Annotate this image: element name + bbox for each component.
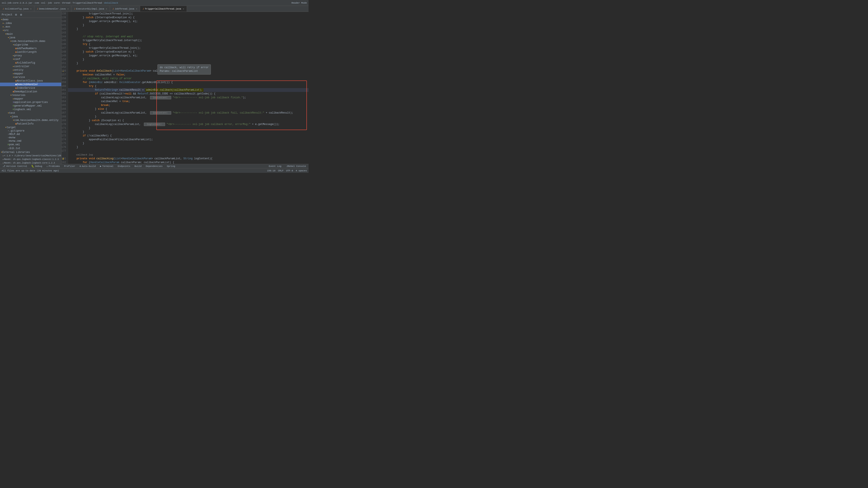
breadcrumb-job[interactable]: job <box>48 2 52 4</box>
sidebar-item-src[interactable]: ▾ src <box>0 29 61 32</box>
line-content[interactable]: break; <box>68 103 309 107</box>
bottom-tab-spring[interactable]: Spring <box>165 165 177 168</box>
sidebar-item-service[interactable]: ▾ service <box>0 75 61 79</box>
bottom-tab-autobuild[interactable]: ⚙ Auto-build <box>78 165 97 168</box>
line-content[interactable]: logger.error(e.getMessage(), e); <box>68 20 309 23</box>
sidebar-item-external-libs[interactable]: ▾ External Libraries <box>0 151 61 154</box>
line-content[interactable]: } <box>68 58 309 61</box>
breadcrumb-jar[interactable]: xxl-job-core-2.0.2.jar <box>2 2 32 4</box>
tab-triggercallbackthread[interactable]: J TriggerCallbackThread.java ✕ <box>140 6 187 12</box>
tab-executorbizimpl[interactable]: J ExecutorBizImpl.java ✕ <box>71 6 110 12</box>
line-content[interactable]: triggerCallbackThread.join(); <box>68 12 309 16</box>
bottom-tab-profiler[interactable]: Profiler <box>62 165 77 168</box>
settings-btn[interactable]: ⚙ <box>19 12 23 17</box>
code-scroll[interactable]: do callback, will retry if error Params:… <box>61 12 309 164</box>
line-content[interactable]: } catch (InterruptedException e) { <box>68 50 309 54</box>
sidebar-item-helpmd[interactable]: ▫ HELP.md <box>0 133 61 136</box>
bottom-tab-version-control[interactable]: ⎇ Version Control <box>1 165 29 168</box>
bottom-tab-build[interactable]: Build <box>133 165 143 168</box>
sidebar-item-controller[interactable]: ▸ controller <box>0 65 61 68</box>
tab-close-3[interactable]: ✕ <box>106 8 107 10</box>
sidebar-item-mvn[interactable]: ▸ .mvn <box>0 25 61 29</box>
line-content[interactable]: ReturnT<String> callbackResult = adminBi… <box>68 88 309 92</box>
sidebar-item-package[interactable]: ▾ com.hessianhealth.demo <box>0 39 61 43</box>
sidebar-item-entitypkg[interactable]: ▾ com.hessianhealth.demo.entity <box>0 119 61 122</box>
sidebar-item-test[interactable]: ▾ test <box>0 111 61 115</box>
sidebar-item-demo[interactable]: ▾ demo <box>0 18 61 22</box>
line-content[interactable]: if (!callbackRet) { <box>68 134 309 138</box>
sidebar-item-demoapplication[interactable]: ◉ DemoApplication <box>0 90 61 93</box>
bottom-tab-problems[interactable]: ⚠ Problems <box>45 165 61 168</box>
sidebar-item-target[interactable]: ▾ target <box>0 126 61 129</box>
breadcrumb-thread[interactable]: thread <box>62 2 70 4</box>
line-content[interactable]: } <box>68 27 309 31</box>
sidebar-item-entity[interactable]: ▸ entity <box>0 68 61 72</box>
line-content[interactable]: } <box>68 115 309 119</box>
sidebar-item-logback[interactable]: ⊞ logback.xml <box>0 107 61 111</box>
tab-xxljobconfig[interactable]: J XxlJobConfig.java ✕ <box>0 6 34 12</box>
sidebar-item-laststr[interactable]: ◉ lastStrLength <box>0 50 61 54</box>
line-content[interactable]: callbackLog(callbackParamList, logConten… <box>68 123 309 126</box>
tab-close-1[interactable]: ✕ <box>30 8 32 10</box>
bottom-tab-endpoints[interactable]: Endpoints <box>116 165 132 168</box>
sidebar-item-conf[interactable]: ▾ conf <box>0 57 61 61</box>
line-content[interactable]: if (callbackResult!=null && ReturnT.SUCC… <box>68 92 309 96</box>
collapse-btn[interactable]: ⊟ <box>13 12 18 17</box>
sidebar-item-jdk[interactable]: ▸ < 1.8 > /Library/Java/JavaVirtualMachi… <box>0 154 61 158</box>
line-content[interactable]: } <box>68 23 309 27</box>
sidebar-item-proxy[interactable]: ▸ proxy <box>0 54 61 57</box>
breadcrumb-com[interactable]: com <box>35 2 39 4</box>
tab-close-5[interactable]: ✕ <box>183 8 184 10</box>
breadcrumb-class[interactable]: TriggerCallbackThread <box>72 2 102 4</box>
sidebar-item-demojobhandler[interactable]: ◉ DemoJobHandler <box>0 83 61 86</box>
line-content[interactable]: } catch (InterruptedException e) { <box>68 16 309 20</box>
sidebar-item-mapper2[interactable]: ▸ mapper <box>0 97 61 101</box>
sidebar-item-appprops[interactable]: ≡ application.properties <box>0 101 61 104</box>
reader-mode-btn[interactable]: Reader Mode <box>291 2 307 4</box>
sidebar-item-testjava[interactable]: ▾ java <box>0 115 61 119</box>
tab-close-2[interactable]: ✕ <box>67 8 69 10</box>
sidebar-item-idea[interactable]: ▸ .idea <box>0 22 61 25</box>
breadcrumb-core[interactable]: core <box>54 2 60 4</box>
line-content[interactable]: } <box>68 126 309 130</box>
line-content[interactable]: triggerRetryCallbackThread.interrupt(); <box>68 38 309 42</box>
line-content[interactable]: callbackLog(callbackParamList, logConten… <box>68 111 309 115</box>
line-content[interactable]: triggerRetryCallbackThread.join(); <box>68 46 309 50</box>
line-content[interactable]: // stop retry, interrupt and wait <box>68 35 309 38</box>
sidebar-item-mvnw[interactable]: ▫ mvnw <box>0 136 61 139</box>
sidebar-item-indexservice[interactable]: ◉ IndexService <box>0 86 61 90</box>
sidebar-item-logback-classic[interactable]: ▸ Maven: ch.qos.logback:logback-classic:… <box>0 158 61 161</box>
bottom-tab-eventlog[interactable]: Event Log <box>267 165 283 168</box>
sidebar-item-gitignore[interactable]: ▫ .gitignore <box>0 129 61 133</box>
sidebar-item-pomxml[interactable]: ⊞ pom.xml <box>0 143 61 147</box>
sidebar-item-xxljobconfig[interactable]: ◉ XxlJobConfig <box>0 61 61 65</box>
line-content[interactable]: logger.error(e.getMessage(), e); <box>68 54 309 58</box>
bottom-tab-terminal[interactable]: ▶ Terminal <box>98 165 115 168</box>
line-content[interactable] <box>68 31 309 35</box>
sidebar-item-resources[interactable]: ▾ resources <box>0 93 61 97</box>
line-content[interactable]: } else { <box>68 107 309 111</box>
sidebar-item-mapper[interactable]: ▸ mapper <box>0 72 61 75</box>
line-content[interactable]: callbackRet = true; <box>68 100 309 103</box>
bottom-tab-jrebel[interactable]: JRebel Console <box>285 165 308 168</box>
sidebar-item-algorithm[interactable]: ▾ algorithm <box>0 43 61 46</box>
breadcrumb-method[interactable]: doCallback <box>104 2 118 4</box>
line-content[interactable]: } catch (Exception e) { <box>68 119 309 123</box>
sidebar-item-java[interactable]: ▾ java <box>0 36 61 39</box>
line-content[interactable]: } <box>68 141 309 145</box>
line-content[interactable]: appendFailCallbackFile(callbackParamList… <box>68 138 309 141</box>
sidebar-item-zhishi[interactable]: ▫ 示示.txt <box>0 147 61 151</box>
sidebar-item-generatemapper[interactable]: ⊞ generateMapper.xml <box>0 104 61 107</box>
line-content[interactable]: } <box>68 145 309 149</box>
sidebar-item-abstact[interactable]: ◉ AbstactClass.java <box>0 79 61 83</box>
sidebar-item-logback-core[interactable]: ▸ Maven: ch.qos.logback:logback-core:1.2… <box>0 161 61 164</box>
bottom-tab-debug[interactable]: 🐛 Debug <box>30 165 44 168</box>
line-content[interactable]: // callback, will retry if error <box>68 77 309 80</box>
sidebar-item-mvnwcmd[interactable]: ▫ mvnw.cmd <box>0 139 61 143</box>
tab-demojobhandler[interactable]: J DemoJobHandler.java ✕ <box>34 6 71 12</box>
line-content[interactable]: for (AdminBiz adminBiz: XxlJobExecutor.g… <box>68 80 309 84</box>
bottom-tab-dependencies[interactable]: Dependencies <box>144 165 164 168</box>
sidebar-item-patientinfo[interactable]: ◉ PatientInfo <box>0 122 61 126</box>
tab-close-4[interactable]: ✕ <box>136 8 137 10</box>
line-content[interactable]: try { <box>68 84 309 88</box>
